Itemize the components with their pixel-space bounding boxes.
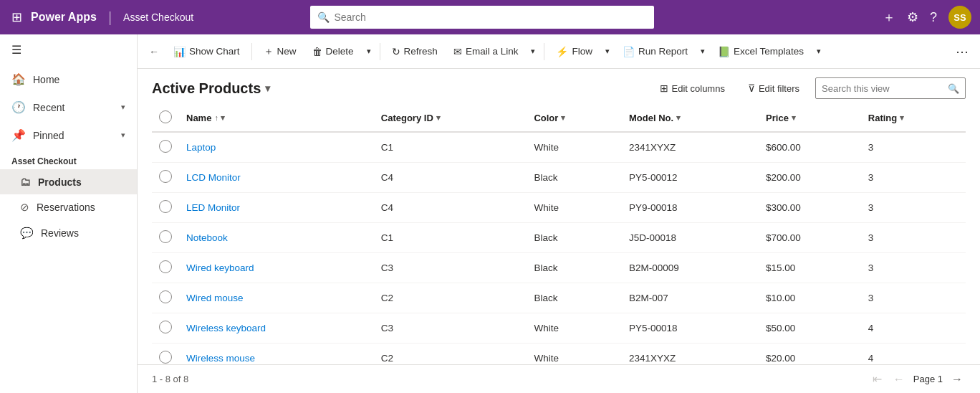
cell-rating: 4 <box>861 344 966 365</box>
new-button[interactable]: ＋ New <box>256 40 304 63</box>
search-view-input[interactable] <box>822 83 943 94</box>
sidebar-toggle[interactable]: ☰ <box>0 34 137 65</box>
cell-name[interactable]: Wireless mouse <box>179 344 374 365</box>
record-link[interactable]: Wired mouse <box>186 293 244 303</box>
new-icon: ＋ <box>264 45 274 58</box>
col-header-name[interactable]: Name ↑ ▾ <box>179 105 374 132</box>
sidebar-item-home[interactable]: 🏠 Home <box>0 65 137 93</box>
data-table-wrapper: Name ↑ ▾ Category ID ▾ C <box>138 105 980 364</box>
filter-icon: ⊽ <box>748 82 755 94</box>
record-link[interactable]: Wired keyboard <box>186 262 254 273</box>
table-row[interactable]: Wired keyboard C3 Black B2M-00009 $15.00… <box>152 253 966 283</box>
top-nav-right-actions: ＋ ⚙ ? SS <box>883 6 971 29</box>
flow-button[interactable]: ⚡ Flow <box>549 40 600 63</box>
select-all-checkbox[interactable] <box>159 110 172 123</box>
run-report-button[interactable]: 📄 Run Report <box>615 40 695 63</box>
col-header-rating[interactable]: Rating ▾ <box>861 105 966 132</box>
table-row[interactable]: Wireless keyboard C3 White PY5-00018 $50… <box>152 313 966 344</box>
flow-chevron[interactable]: ▾ <box>601 40 614 63</box>
sidebar-item-pinned[interactable]: 📌 Pinned ▾ <box>0 121 137 149</box>
sidebar-reservations-label: Reservations <box>37 202 95 213</box>
table-row[interactable]: Laptop C1 White 2341XYXZ $600.00 3 <box>152 132 966 163</box>
data-table: Name ↑ ▾ Category ID ▾ C <box>152 105 966 364</box>
global-search-input[interactable] <box>334 11 647 23</box>
row-checkbox[interactable] <box>159 321 172 333</box>
cell-rating: 3 <box>861 193 966 223</box>
add-button[interactable]: ＋ <box>883 9 895 26</box>
email-link-button[interactable]: ✉ Email a Link <box>446 40 526 63</box>
excel-chevron[interactable]: ▾ <box>812 40 825 63</box>
back-button[interactable]: ← <box>143 40 165 63</box>
record-link[interactable]: Wireless mouse <box>186 353 255 364</box>
record-link[interactable]: Laptop <box>186 142 216 153</box>
cmd-divider-3 <box>544 43 544 60</box>
cell-price: $200.00 <box>759 163 861 193</box>
more-options-button[interactable]: ⋯ <box>950 40 974 63</box>
col-header-model[interactable]: Model No. ▾ <box>622 105 759 132</box>
first-page-button[interactable]: ⇤ <box>870 371 885 387</box>
run-report-chevron[interactable]: ▾ <box>696 40 709 63</box>
avatar[interactable]: SS <box>948 6 971 29</box>
row-checkbox[interactable] <box>159 170 172 183</box>
email-chevron[interactable]: ▾ <box>527 40 539 63</box>
row-checkbox[interactable] <box>159 290 172 303</box>
show-chart-button[interactable]: 📊 Show Chart <box>166 40 247 63</box>
cell-name[interactable]: Wired keyboard <box>179 253 374 283</box>
cell-category: C4 <box>374 163 527 193</box>
table-row[interactable]: LED Monitor C4 White PY9-00018 $300.00 3 <box>152 193 966 223</box>
recent-icon: 🕐 <box>11 100 26 114</box>
edit-columns-button[interactable]: ⊞ Edit columns <box>653 77 732 99</box>
edit-filters-button[interactable]: ⊽ Edit filters <box>741 77 807 99</box>
table-row[interactable]: Notebook C1 Black J5D-00018 $700.00 3 <box>152 223 966 253</box>
reservations-icon: ⊘ <box>20 201 29 214</box>
sidebar-item-reservations[interactable]: ⊘ Reservations <box>0 194 137 220</box>
table-row[interactable]: Wireless mouse C2 White 2341XYXZ $20.00 … <box>152 344 966 365</box>
record-link[interactable]: LCD Monitor <box>186 172 241 183</box>
record-link[interactable]: Wireless keyboard <box>186 323 266 333</box>
record-link[interactable]: Notebook <box>186 232 228 243</box>
record-link[interactable]: LED Monitor <box>186 202 240 213</box>
col-model-label: Model No. <box>629 113 673 123</box>
table-row[interactable]: LCD Monitor C4 Black PY5-00012 $200.00 3 <box>152 163 966 193</box>
row-checkbox-cell <box>152 132 179 163</box>
row-checkbox[interactable] <box>159 260 172 273</box>
row-checkbox[interactable] <box>159 200 172 213</box>
prev-page-button[interactable]: ← <box>890 371 908 387</box>
help-icon[interactable]: ? <box>930 10 937 25</box>
settings-icon[interactable]: ⚙ <box>907 9 918 25</box>
col-header-category[interactable]: Category ID ▾ <box>374 105 527 132</box>
cell-name[interactable]: Wired mouse <box>179 283 374 313</box>
sidebar-section-label: Asset Checkout <box>0 149 137 169</box>
delete-chevron[interactable]: ▾ <box>362 40 375 63</box>
reviews-icon: 💬 <box>20 227 34 240</box>
cell-name[interactable]: Wireless keyboard <box>179 313 374 344</box>
grid-icon[interactable]: ⊞ <box>9 6 25 28</box>
select-all-header[interactable] <box>152 105 179 132</box>
excel-icon: 📗 <box>718 46 730 57</box>
excel-templates-button[interactable]: 📗 Excel Templates <box>711 40 811 63</box>
table-row[interactable]: Wired mouse C2 Black B2M-007 $10.00 3 <box>152 283 966 313</box>
cell-model: B2M-00009 <box>622 253 759 283</box>
sort-price-icon: ▾ <box>792 113 796 123</box>
row-checkbox[interactable] <box>159 351 172 364</box>
cell-model: B2M-007 <box>622 283 759 313</box>
next-page-button[interactable]: → <box>948 371 966 387</box>
cell-name[interactable]: Laptop <box>179 132 374 163</box>
record-count: 1 - 8 of 8 <box>152 374 188 384</box>
sidebar-item-products[interactable]: 🗂 Products <box>0 169 137 194</box>
sidebar-item-reviews[interactable]: 💬 Reviews <box>0 220 137 246</box>
refresh-button[interactable]: ↻ Refresh <box>385 40 445 63</box>
view-title-text: Active Products <box>152 80 261 97</box>
cell-rating: 3 <box>861 253 966 283</box>
cell-name[interactable]: Notebook <box>179 223 374 253</box>
products-icon: 🗂 <box>20 176 31 188</box>
view-title-chevron-icon[interactable]: ▾ <box>265 82 270 94</box>
cell-name[interactable]: LCD Monitor <box>179 163 374 193</box>
delete-button[interactable]: 🗑 Delete <box>305 40 361 63</box>
cell-name[interactable]: LED Monitor <box>179 193 374 223</box>
col-header-price[interactable]: Price ▾ <box>759 105 861 132</box>
col-header-color[interactable]: Color ▾ <box>527 105 622 132</box>
row-checkbox[interactable] <box>159 230 172 243</box>
row-checkbox[interactable] <box>159 140 172 153</box>
sidebar-item-recent[interactable]: 🕐 Recent ▾ <box>0 93 137 121</box>
